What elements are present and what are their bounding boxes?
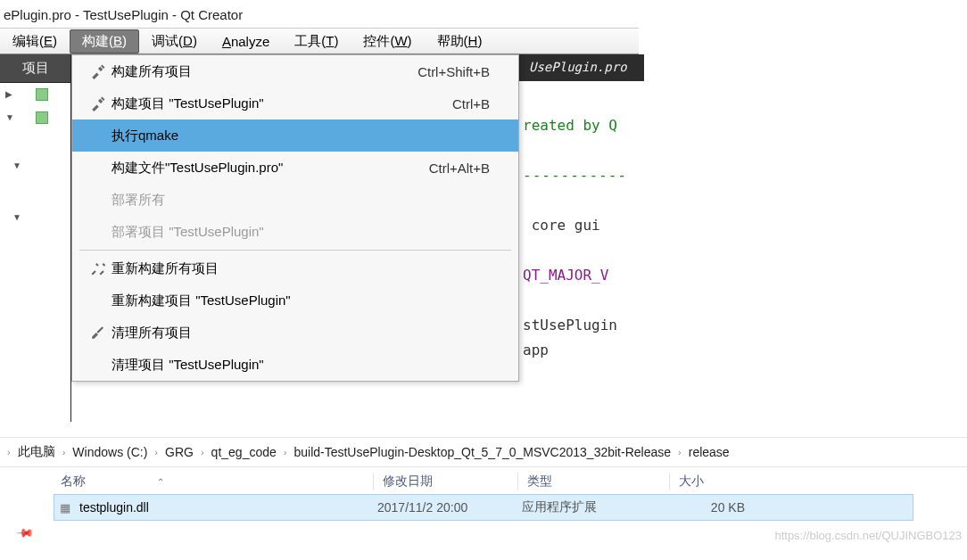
chevron-right-icon: › [284, 447, 287, 457]
menu-rebuild-project[interactable]: 重新构建项目 "TestUsePlugin" [72, 284, 518, 317]
side-tab: 项目 ▶ ▼ ▼ ▼ [0, 54, 71, 422]
chevron-down-icon: ▼ [5, 112, 16, 123]
broom-icon [85, 325, 112, 341]
header-size[interactable]: 大小 [669, 473, 758, 490]
chevron-right-icon: › [62, 447, 66, 457]
menu-run-qmake[interactable]: 执行qmake [72, 119, 518, 152]
menu-deploy-project: 部署项目 "TestUsePlugin" [72, 216, 518, 248]
menu-build-all[interactable]: 构建所有项目 Ctrl+Shift+B [72, 55, 518, 87]
editor-content[interactable]: reated by Q ----------- core gui QT_MAJO… [519, 81, 644, 395]
header-name[interactable]: 名称 ⌃ [61, 474, 373, 490]
file-date: 2017/11/2 20:00 [377, 500, 522, 515]
hammer-icon [85, 95, 112, 111]
header-date[interactable]: 修改日期 [373, 473, 517, 490]
tree-row[interactable]: ▼ [0, 154, 70, 177]
editor-tab[interactable]: UsePlugin.pro [519, 54, 644, 81]
dll-file-icon: ▦ [60, 501, 79, 515]
hammers-icon [85, 260, 112, 276]
menu-help[interactable]: 帮助(H) [425, 29, 495, 54]
breadcrumb-seg[interactable]: 此电脑 [18, 444, 55, 460]
chevron-right-icon: ▶ [5, 89, 16, 100]
file-name: testplugin.dll [79, 500, 377, 515]
menu-tools[interactable]: 工具(T) [282, 29, 351, 54]
window-title: ePlugin.pro - TestUsePlugin - Qt Creator [0, 0, 967, 28]
file-type: 应用程序扩展 [522, 499, 674, 515]
menu-separator [79, 250, 511, 251]
tree-row[interactable]: ▶ [0, 83, 70, 106]
breadcrumb[interactable]: › 此电脑 › Windows (C:) › GRG › qt_eg_code … [0, 437, 967, 467]
menu-rebuild-all[interactable]: 重新构建所有项目 [72, 252, 518, 284]
tree-row[interactable]: ▼ [0, 106, 70, 129]
watermark: https://blog.csdn.net/QUJINGBO123 [774, 529, 962, 542]
chevron-right-icon: › [154, 447, 158, 457]
menu-deploy-all: 部署所有 [72, 184, 518, 216]
breadcrumb-seg[interactable]: build-TestUsePlugin-Desktop_Qt_5_7_0_MSV… [293, 445, 671, 459]
file-row[interactable]: ▦ testplugin.dll 2017/11/2 20:00 应用程序扩展 … [54, 494, 913, 521]
chevron-right-icon: › [7, 447, 11, 457]
tree-row[interactable]: ▼ [0, 206, 70, 229]
menu-bar: 编辑(E) 构建(B) 调试(D) Analyze 工具(T) 控件(W) 帮助… [0, 28, 639, 54]
pin-icon[interactable]: 📌 [15, 523, 35, 543]
qt-project-icon [36, 111, 48, 124]
menu-widgets[interactable]: 控件(W) [351, 29, 424, 54]
chevron-right-icon: › [201, 447, 204, 457]
breadcrumb-seg[interactable]: Windows (C:) [72, 445, 147, 459]
chevron-right-icon: › [678, 447, 682, 457]
build-dropdown-menu: 构建所有项目 Ctrl+Shift+B 构建项目 "TestUsePlugin"… [71, 54, 519, 382]
menu-edit[interactable]: 编辑(E) [0, 29, 70, 54]
sort-asc-icon: ⌃ [157, 477, 164, 487]
menu-build-project[interactable]: 构建项目 "TestUsePlugin" Ctrl+B [72, 87, 518, 119]
breadcrumb-seg[interactable]: GRG [165, 445, 194, 459]
editor-area: UsePlugin.pro reated by Q ----------- co… [519, 54, 644, 395]
breadcrumb-seg[interactable]: qt_eg_code [211, 445, 277, 459]
explorer-section: › 此电脑 › Windows (C:) › GRG › qt_eg_code … [0, 437, 967, 521]
menu-clean-project[interactable]: 清理项目 "TestUsePlugin" [72, 349, 518, 381]
chevron-down-icon: ▼ [12, 212, 23, 223]
breadcrumb-seg[interactable]: release [689, 445, 730, 459]
menu-debug[interactable]: 调试(D) [139, 29, 210, 54]
header-type[interactable]: 类型 [517, 473, 669, 490]
menu-build[interactable]: 构建(B) [70, 29, 139, 54]
chevron-down-icon: ▼ [12, 161, 23, 171]
file-list-header[interactable]: 名称 ⌃ 修改日期 类型 大小 [0, 467, 967, 494]
file-size: 20 KB [674, 500, 745, 515]
qt-project-icon [36, 88, 48, 101]
side-tab-projects[interactable]: 项目 [0, 54, 70, 83]
hammer-icon [85, 63, 112, 79]
menu-clean-all[interactable]: 清理所有项目 [72, 317, 518, 349]
menu-analyze[interactable]: Analyze [210, 29, 282, 54]
menu-build-file[interactable]: 构建文件"TestUsePlugin.pro" Ctrl+Alt+B [72, 152, 518, 184]
